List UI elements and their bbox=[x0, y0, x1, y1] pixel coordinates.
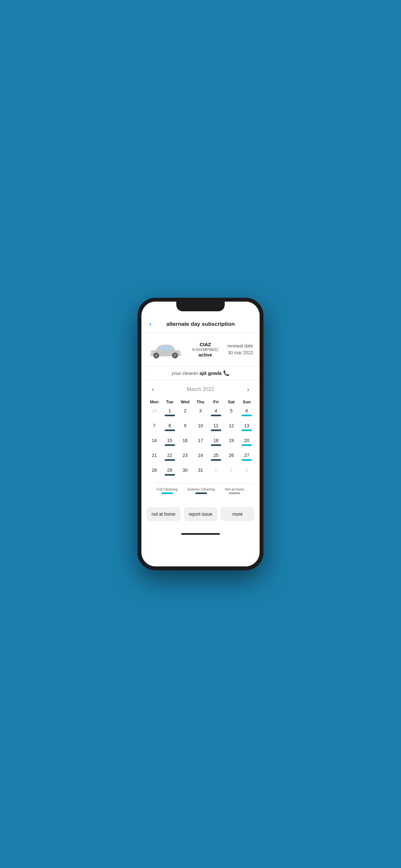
calendar-cell[interactable]: 28 bbox=[147, 407, 162, 421]
legend-item-gray: Not at home bbox=[225, 487, 244, 494]
calendar-cell[interactable]: 13 bbox=[239, 422, 254, 436]
calendar-cell[interactable]: 17 bbox=[193, 437, 208, 451]
header: ‹ alternate day subscription bbox=[142, 316, 259, 333]
cell-number: 16 bbox=[182, 438, 188, 443]
cell-number: 28 bbox=[152, 468, 157, 473]
calendar-cell[interactable]: 24 bbox=[193, 452, 208, 466]
cell-indicator-teal bbox=[242, 459, 252, 461]
calendar-row-0: 28123456 bbox=[147, 407, 254, 421]
cleaner-name: ajit gowla bbox=[199, 370, 221, 376]
calendar-cell[interactable]: 3 bbox=[239, 466, 254, 480]
calendar-cell[interactable]: 14 bbox=[147, 437, 162, 451]
cell-number: 10 bbox=[198, 423, 203, 429]
day-header-mon: Mon bbox=[147, 398, 162, 406]
calendar-cell[interactable]: 20 bbox=[239, 437, 254, 451]
calendar-cell[interactable]: 18 bbox=[208, 437, 224, 451]
cell-number: 17 bbox=[198, 438, 203, 443]
cell-number: 20 bbox=[244, 438, 249, 443]
calendar-cell[interactable]: 31 bbox=[193, 466, 208, 480]
calendar-cell[interactable]: 29 bbox=[162, 466, 178, 480]
legend-label: Full Cleaning bbox=[157, 487, 178, 491]
car-image bbox=[148, 338, 183, 361]
not-at-home-button[interactable]: not at home bbox=[147, 507, 181, 521]
calendar-cell[interactable]: 19 bbox=[224, 437, 239, 451]
calendar-cell[interactable]: 11 bbox=[208, 422, 224, 436]
day-header-fri: Fri bbox=[208, 398, 224, 406]
calendar-cell[interactable]: 12 bbox=[224, 422, 239, 436]
calendar-cell[interactable]: 15 bbox=[162, 437, 178, 451]
cell-number: 12 bbox=[229, 423, 234, 429]
calendar-cell[interactable]: 2 bbox=[224, 466, 239, 480]
action-buttons: not at homereport issuemore bbox=[142, 502, 259, 526]
cell-number: 25 bbox=[213, 453, 219, 458]
cell-number: 27 bbox=[244, 453, 249, 458]
phone-screen: ‹ alternate day subscription bbox=[142, 302, 259, 566]
calendar-row-1: 78910111213 bbox=[147, 422, 254, 436]
day-header-wed: Wed bbox=[177, 398, 193, 406]
renewal-date: 30 mar 2022 bbox=[227, 349, 253, 356]
cell-indicator-dark bbox=[211, 459, 221, 461]
car-svg bbox=[148, 338, 183, 361]
calendar-cell[interactable]: 5 bbox=[224, 407, 239, 421]
calendar-cell[interactable]: 8 bbox=[162, 422, 178, 436]
calendar-rows: 2812345678910111213141516171819202122232… bbox=[147, 407, 254, 480]
cell-number: 9 bbox=[184, 423, 186, 429]
cell-indicator-dark bbox=[165, 474, 175, 476]
calendar-cell[interactable]: 3 bbox=[193, 407, 208, 421]
calendar-cell[interactable]: 26 bbox=[224, 452, 239, 466]
calendar-cell[interactable]: 2 bbox=[177, 407, 193, 421]
legend-label: Exterior Cleaning bbox=[188, 487, 215, 491]
cell-number: 3 bbox=[199, 408, 202, 414]
calendar-cell[interactable]: 9 bbox=[177, 422, 193, 436]
cell-indicator-dark bbox=[211, 414, 221, 416]
calendar-cell[interactable]: 27 bbox=[239, 452, 254, 466]
legend-bar bbox=[228, 492, 240, 494]
calendar-cell[interactable]: 1 bbox=[162, 407, 178, 421]
cell-number: 4 bbox=[215, 408, 217, 414]
calendar-cell[interactable]: 6 bbox=[239, 407, 254, 421]
cell-number: 28 bbox=[152, 408, 157, 414]
calendar-cell[interactable]: 10 bbox=[193, 422, 208, 436]
cell-number: 2 bbox=[184, 408, 186, 414]
cell-indicator-dark bbox=[165, 430, 175, 431]
calendar-row-2: 14151617181920 bbox=[147, 437, 254, 451]
cell-number: 23 bbox=[182, 453, 188, 458]
home-bar bbox=[181, 533, 220, 535]
back-button[interactable]: ‹ bbox=[147, 319, 154, 330]
calendar-cell[interactable]: 4 bbox=[208, 407, 224, 421]
cell-indicator-dark bbox=[165, 459, 175, 461]
cell-number: 5 bbox=[230, 408, 233, 414]
calendar-cell[interactable]: 28 bbox=[147, 466, 162, 480]
calendar-cell[interactable]: 30 bbox=[177, 466, 193, 480]
cell-number: 15 bbox=[167, 438, 173, 443]
renewal-label: renewal date bbox=[227, 343, 253, 349]
calendar-cell[interactable]: 16 bbox=[177, 437, 193, 451]
more-button[interactable]: more bbox=[220, 507, 254, 521]
calendar-cell[interactable]: 7 bbox=[147, 422, 162, 436]
calendar-cell[interactable]: 1 bbox=[208, 466, 224, 480]
phone-icon[interactable]: 📞 bbox=[223, 370, 229, 376]
legend-item-dark: Exterior Cleaning bbox=[188, 487, 215, 494]
calendar-grid: MonTueWedThuFriSatSun 281234567891011121… bbox=[147, 398, 254, 480]
renewal-info: renewal date 30 mar 2022 bbox=[227, 343, 253, 356]
calendar-cell[interactable]: 21 bbox=[147, 452, 162, 466]
report-issue-button[interactable]: report issue bbox=[184, 507, 218, 521]
calendar-header: ‹ March 2022 › bbox=[147, 384, 254, 394]
cell-number: 1 bbox=[215, 468, 217, 473]
calendar-month-label: March 2022 bbox=[187, 386, 214, 392]
calendar-row-4: 28293031123 bbox=[147, 466, 254, 480]
calendar-cell[interactable]: 25 bbox=[208, 452, 224, 466]
calendar-prev-button[interactable]: ‹ bbox=[149, 384, 157, 394]
cell-indicator-dark bbox=[211, 444, 221, 446]
svg-point-3 bbox=[155, 354, 158, 357]
cell-number: 7 bbox=[153, 423, 156, 429]
cell-number: 3 bbox=[245, 468, 248, 473]
cell-indicator-dark bbox=[165, 444, 175, 446]
svg-point-5 bbox=[174, 354, 177, 357]
calendar-cell[interactable]: 22 bbox=[162, 452, 178, 466]
calendar-cell[interactable]: 23 bbox=[177, 452, 193, 466]
cell-number: 11 bbox=[213, 423, 219, 429]
day-headers: MonTueWedThuFriSatSun bbox=[147, 398, 254, 406]
legend-label: Not at home bbox=[225, 487, 244, 491]
calendar-next-button[interactable]: › bbox=[244, 384, 252, 394]
